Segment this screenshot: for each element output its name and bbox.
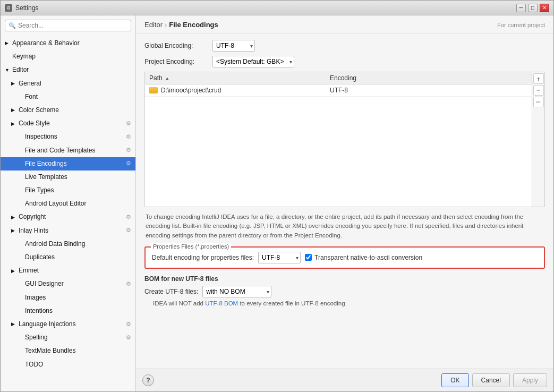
no-arrow (18, 200, 23, 208)
bom-note-row: IDEA will NOT add UTF-8 BOM to every cre… (149, 300, 545, 307)
close-button[interactable]: ✕ (540, 4, 549, 12)
sidebar-item-emmet[interactable]: ▶ Emmet (1, 264, 135, 277)
table-row[interactable]: D:\imooc\project\crud UTF-8 (145, 84, 532, 97)
sidebar-item-font[interactable]: Font (1, 90, 135, 104)
sidebar-item-file-code-templates[interactable]: File and Code Templates ⚙ (1, 144, 135, 157)
properties-section: Properties Files (*.properties) Default … (144, 246, 545, 269)
help-button[interactable]: ? (142, 374, 154, 386)
sidebar-item-color-scheme[interactable]: ▶ Color Scheme (1, 104, 135, 117)
folder-icon (149, 87, 158, 93)
sidebar-item-textmate-bundles[interactable]: TextMate Bundles (1, 344, 135, 357)
properties-row: Default encoding for properties files: U… (152, 252, 538, 263)
sidebar-item-inlay-hints[interactable]: ▶ Inlay Hints ⚙ (1, 224, 135, 237)
sidebar-item-general[interactable]: ▶ General (1, 77, 135, 90)
sidebar-label: Android Layout Editor (25, 199, 86, 209)
sidebar-label: Code Style (19, 118, 50, 129)
sidebar-item-copyright[interactable]: ▶ Copyright ⚙ (1, 210, 135, 224)
project-encoding-dropdown-wrapper: <System Default: GBK> (212, 56, 294, 67)
expand-arrow: ▶ (11, 120, 16, 127)
sidebar: 🔍 ▶ Appearance & Behavior Keymap ▼ Edi (1, 15, 136, 391)
settings-icon: ⚙ (126, 279, 131, 289)
remove-row-button[interactable]: − (533, 85, 544, 96)
bom-link[interactable]: UTF-8 BOM (205, 300, 238, 306)
sidebar-item-editor[interactable]: ▼ Editor (1, 63, 135, 76)
maximize-button[interactable]: □ (528, 4, 538, 12)
breadcrumb-parent: Editor (144, 21, 163, 29)
properties-encoding-dropdown[interactable]: UTF-8 (258, 252, 301, 263)
table-cell-path: D:\imooc\project\crud (145, 84, 326, 96)
col-encoding-header: Encoding (326, 74, 532, 82)
edit-row-button[interactable]: ✏ (533, 97, 544, 107)
sidebar-label: Android Data Binding (25, 239, 85, 249)
sidebar-item-android-data-binding[interactable]: Android Data Binding (1, 237, 135, 251)
sidebar-label: Language Injections (19, 319, 75, 329)
expand-arrow: ▶ (11, 267, 16, 275)
breadcrumb: Editor › File Encodings (144, 21, 218, 29)
content-area: 🔍 ▶ Appearance & Behavior Keymap ▼ Edi (1, 15, 553, 391)
sidebar-item-android-layout-editor[interactable]: Android Layout Editor (1, 197, 135, 210)
minimize-button[interactable]: ─ (516, 4, 526, 12)
sidebar-item-language-injections[interactable]: ▶ Language Injections ⚙ (1, 318, 135, 331)
sidebar-item-appearance-behavior[interactable]: ▶ Appearance & Behavior (1, 37, 135, 50)
sidebar-label: Editor (12, 65, 29, 75)
sidebar-item-inspections[interactable]: Inspections ⚙ (1, 130, 135, 143)
global-encoding-row: Global Encoding: UTF-8 (144, 40, 545, 52)
table-side-actions: + − ✏ (532, 72, 544, 207)
expand-arrow: ▼ (5, 66, 10, 74)
cancel-button[interactable]: Cancel (472, 373, 510, 387)
expand-arrow: ▶ (11, 227, 16, 234)
sidebar-item-todo[interactable]: TODO (1, 358, 135, 371)
sidebar-label: GUI Designer (25, 279, 64, 289)
main-content: Editor › File Encodings For current proj… (136, 15, 553, 391)
sidebar-item-intentions[interactable]: Intentions (1, 304, 135, 318)
no-arrow (18, 334, 23, 342)
project-encoding-dropdown[interactable]: <System Default: GBK> (212, 56, 294, 67)
sidebar-label: File and Code Templates (25, 146, 96, 156)
breadcrumb-separator: › (165, 21, 167, 29)
title-bar-left: ⚙ Settings (5, 4, 38, 12)
sidebar-label: Live Templates (25, 172, 67, 182)
properties-encoding-dropdown-wrapper: UTF-8 (258, 252, 301, 263)
search-box[interactable]: 🔍 (5, 20, 131, 31)
footer-buttons: OK Cancel Apply (441, 373, 547, 387)
add-row-button[interactable]: + (533, 73, 544, 84)
sidebar-item-spelling[interactable]: Spelling ⚙ (1, 331, 135, 344)
settings-icon: ⚙ (126, 333, 131, 343)
global-encoding-dropdown[interactable]: UTF-8 (212, 40, 255, 52)
sidebar-label: File Types (25, 185, 54, 195)
properties-section-title: Properties Files (*.properties) (151, 243, 231, 250)
footer: ? OK Cancel Apply (136, 369, 553, 391)
sidebar-label: TODO (25, 360, 43, 370)
sidebar-item-code-style[interactable]: ▶ Code Style ⚙ (1, 117, 135, 130)
for-current-project-link[interactable]: For current project (497, 22, 545, 28)
expand-arrow: ▶ (5, 39, 10, 47)
sidebar-item-images[interactable]: Images (1, 291, 135, 304)
no-arrow (18, 186, 23, 194)
transparent-checkbox[interactable] (305, 254, 312, 261)
create-utf8-dropdown[interactable]: with NO BOM with BOM (202, 286, 271, 297)
search-input[interactable] (18, 22, 127, 29)
expand-arrow (5, 53, 10, 61)
apply-button[interactable]: Apply (513, 373, 547, 387)
sidebar-label: Emmet (19, 266, 39, 276)
encoding-table: Path ▲ Encoding D:\imooc\pro (144, 72, 545, 207)
sidebar-item-gui-designer[interactable]: GUI Designer ⚙ (1, 277, 135, 291)
sidebar-item-file-encodings[interactable]: File Encodings ⚙ (1, 157, 135, 171)
global-encoding-label: Global Encoding: (144, 42, 208, 49)
settings-window: ⚙ Settings ─ □ ✕ 🔍 ▶ Appearance & Behavi… (0, 0, 554, 392)
sidebar-label: Inspections (25, 132, 57, 142)
sidebar-item-file-types[interactable]: File Types (1, 184, 135, 197)
sidebar-label: Color Scheme (19, 105, 59, 115)
sidebar-item-live-templates[interactable]: Live Templates (1, 171, 135, 184)
ok-button[interactable]: OK (441, 373, 468, 387)
window-controls: ─ □ ✕ (516, 4, 549, 12)
bom-note-text: IDEA will NOT add UTF-8 BOM to every cre… (153, 300, 345, 306)
sidebar-label: Keymap (12, 52, 36, 62)
sidebar-label: Copyright (19, 212, 46, 222)
sidebar-label: TextMate Bundles (25, 346, 75, 356)
settings-icon: ⚙ (126, 159, 131, 168)
sidebar-item-duplicates[interactable]: Duplicates (1, 251, 135, 264)
bom-create-row: Create UTF-8 files: with NO BOM with BOM (144, 286, 545, 297)
sidebar-label: Appearance & Behavior (12, 38, 80, 48)
sidebar-item-keymap[interactable]: Keymap (1, 50, 135, 63)
